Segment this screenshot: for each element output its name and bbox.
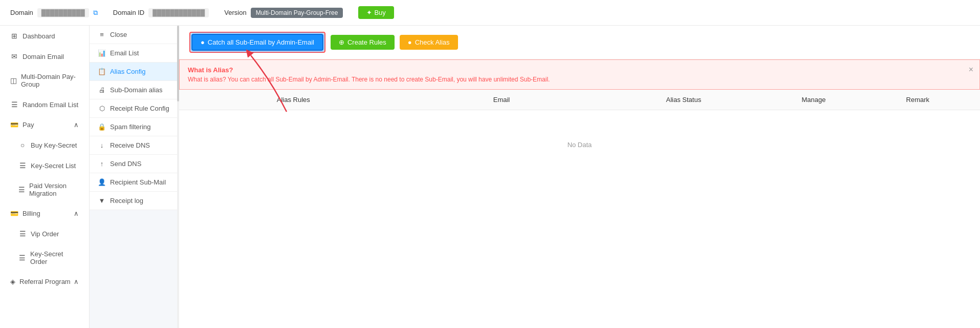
table-header: Alias Rules Email Alias Status Manage Re…: [179, 90, 980, 110]
sub-sidebar-recipient-sub-mail[interactable]: 👤 Recipient Sub-Mail: [90, 173, 179, 192]
catch-all-button[interactable]: ● Catch all Sub-Email by Admin-Email: [191, 34, 323, 51]
sidebar-item-domain-email[interactable]: ✉ Domain Email: [0, 46, 89, 67]
sub-sidebar-sub-domain-alias[interactable]: 🖨 Sub-Domain alias: [90, 81, 179, 99]
recipient-sub-mail-icon: 👤: [98, 178, 106, 186]
domain-label: Domain: [10, 9, 33, 16]
random-email-icon: ☰: [10, 100, 18, 109]
main-layout: ⊞ Dashboard ✉ Domain Email ◫ Multi-Domai…: [0, 26, 980, 328]
left-sidebar: ⊞ Dashboard ✉ Domain Email ◫ Multi-Domai…: [0, 26, 90, 328]
sub-sidebar-email-list[interactable]: 📊 Email List: [90, 44, 179, 63]
version-badge: Multi-Domain Pay-Group-Free: [251, 8, 343, 18]
sidebar-item-dashboard[interactable]: ⊞ Dashboard: [0, 26, 89, 46]
version-section: Version Multi-Domain Pay-Group-Free: [224, 8, 343, 18]
sub-domain-alias-icon: 🖨: [98, 86, 106, 94]
sub-sidebar-close[interactable]: ≡ Close: [90, 26, 179, 44]
domain-section: Domain ██████████ ⧉: [10, 8, 98, 17]
alias-config-icon: 📋: [98, 68, 106, 75]
close-icon: ≡: [98, 31, 106, 38]
content-area: ● Catch all Sub-Email by Admin-Email ⊕ C…: [179, 26, 980, 328]
sub-sidebar-receive-dns[interactable]: ↓ Receive DNS: [90, 136, 179, 155]
dashboard-icon: ⊞: [10, 32, 18, 40]
info-box-title: What is Alias?: [188, 66, 971, 74]
info-box-close-button[interactable]: ×: [969, 65, 973, 74]
sidebar-item-multi-domain[interactable]: ◫ Multi-Domain Pay-Group: [0, 67, 89, 94]
col-email: Email: [398, 96, 606, 104]
info-box-text: What is alias? You can catch all Sub-Ema…: [188, 76, 971, 83]
paid-version-icon: ☰: [18, 186, 25, 194]
domain-email-icon: ✉: [10, 52, 18, 60]
domain-value: ██████████: [37, 8, 89, 17]
sidebar-referral-group[interactable]: ◈ Referral Program ∧: [0, 272, 89, 292]
sub-sidebar-receipt-log[interactable]: ▼ Receipt log: [90, 192, 179, 210]
table-container: Alias Rules Email Alias Status Manage Re…: [179, 90, 980, 179]
spam-filtering-icon: 🔒: [98, 123, 106, 131]
domain-id-section: Domain ID ████████████: [113, 8, 209, 17]
billing-chevron-icon: ∧: [74, 210, 79, 217]
sub-sidebar-container: ≡ Close 📊 Email List 📋 Alias Config 🖨 Su…: [90, 26, 179, 328]
col-remark: Remark: [866, 96, 970, 104]
col-alias-status: Alias Status: [605, 96, 761, 104]
create-rules-icon: ⊕: [339, 38, 344, 46]
pay-icon: 💳: [10, 121, 18, 129]
send-dns-icon: ↑: [98, 160, 106, 168]
billing-icon: 💳: [10, 210, 18, 217]
sub-sidebar: ≡ Close 📊 Email List 📋 Alias Config 🖨 Su…: [90, 26, 179, 210]
buy-icon: ✦: [366, 9, 372, 16]
sidebar-item-paid-version[interactable]: ☰ Paid Version Migration: [0, 176, 89, 203]
info-box: What is Alias? What is alias? You can ca…: [179, 59, 980, 90]
sub-sidebar-spam-filtering[interactable]: 🔒 Spam filtering: [90, 118, 179, 136]
referral-chevron-icon: ∧: [74, 278, 79, 285]
check-alias-icon: ●: [408, 38, 412, 46]
domain-id-label: Domain ID: [113, 9, 144, 16]
sub-sidebar-send-dns[interactable]: ↑ Send DNS: [90, 155, 179, 173]
sidebar-item-buy-key[interactable]: ○ Buy Key-Secret: [0, 135, 89, 155]
receipt-log-icon: ▼: [98, 197, 106, 204]
catch-all-icon: ●: [201, 38, 205, 46]
check-alias-button[interactable]: ● Check Alias: [400, 35, 458, 50]
table-empty: No Data: [179, 110, 980, 179]
sub-sidebar-alias-config[interactable]: 📋 Alias Config: [90, 63, 179, 81]
chevron-up-icon: ∧: [74, 121, 79, 129]
action-bar: ● Catch all Sub-Email by Admin-Email ⊕ C…: [179, 26, 980, 59]
multi-domain-icon: ◫: [10, 76, 17, 85]
sidebar-item-key-secret-list[interactable]: ☰ Key-Secret List: [0, 155, 89, 176]
col-manage: Manage: [761, 96, 865, 104]
sidebar-item-vip-order[interactable]: ☰ Vip Order: [0, 223, 89, 244]
sidebar-pay-group[interactable]: 💳 Pay ∧: [0, 115, 89, 135]
sidebar-item-random-email[interactable]: ☰ Random Email List: [0, 94, 89, 115]
top-header: Domain ██████████ ⧉ Domain ID ██████████…: [0, 0, 980, 26]
vip-order-icon: ☰: [18, 230, 27, 238]
sidebar-billing-group[interactable]: 💳 Billing ∧: [0, 203, 89, 223]
domain-id-value: ████████████: [148, 8, 209, 17]
buy-key-icon: ○: [18, 141, 27, 149]
sub-sidebar-receipt-rule[interactable]: ⬡ Receipt Rule Config: [90, 99, 179, 118]
buy-button[interactable]: ✦ Buy: [358, 6, 394, 19]
receive-dns-icon: ↓: [98, 141, 106, 149]
sidebar-item-key-secret-order[interactable]: ☰ Key-Secret Order: [0, 244, 89, 272]
key-secret-order-icon: ☰: [18, 254, 26, 262]
copy-icon[interactable]: ⧉: [93, 9, 98, 17]
email-list-icon: 📊: [98, 49, 106, 57]
version-label: Version: [224, 9, 246, 16]
col-alias-rules: Alias Rules: [189, 96, 398, 104]
receipt-rule-icon: ⬡: [98, 105, 106, 112]
referral-icon: ◈: [10, 278, 15, 285]
key-secret-list-icon: ☰: [18, 161, 27, 170]
catch-all-highlight-box: ● Catch all Sub-Email by Admin-Email: [189, 32, 325, 53]
create-rules-button[interactable]: ⊕ Create Rules: [331, 35, 395, 50]
